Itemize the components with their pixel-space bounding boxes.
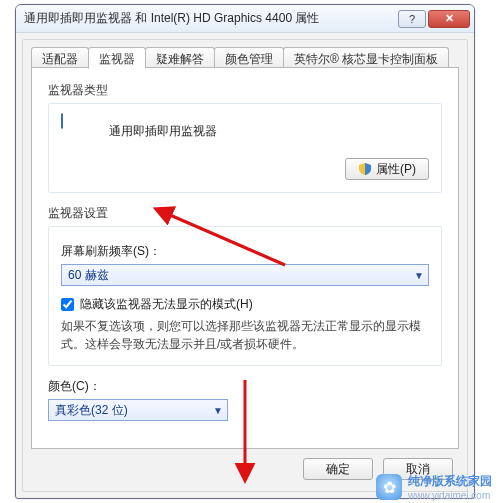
ok-button[interactable]: 确定: [303, 458, 373, 480]
tab-strip: 适配器 监视器 疑难解答 颜色管理 英特尔® 核芯显卡控制面板: [31, 46, 459, 68]
tab-panel-monitor: 监视器类型 通用即插即用监视器 属性(P) 监: [31, 67, 459, 449]
tab-color-management[interactable]: 颜色管理: [214, 47, 284, 69]
monitor-settings-group: 屏幕刷新频率(S)： 60 赫兹 ▼ 隐藏该监视器无法显示的模式(H) 如果不复…: [48, 226, 442, 366]
monitor-type-name: 通用即插即用监视器: [109, 123, 217, 140]
hide-modes-checkbox[interactable]: [61, 298, 74, 311]
refresh-rate-value: 60 赫兹: [68, 267, 109, 284]
help-button[interactable]: ?: [398, 10, 426, 28]
color-depth-value: 真彩色(32 位): [55, 402, 128, 419]
hide-modes-checkbox-label[interactable]: 隐藏该监视器无法显示的模式(H): [80, 296, 253, 313]
tab-troubleshoot[interactable]: 疑难解答: [145, 47, 215, 69]
tab-monitor[interactable]: 监视器: [88, 47, 146, 69]
monitor-type-label: 监视器类型: [48, 82, 442, 99]
titlebar[interactable]: 通用即插即用监视器 和 Intel(R) HD Graphics 4400 属性…: [16, 5, 474, 33]
watermark-logo-icon: ✿: [376, 474, 402, 500]
shield-icon: [358, 162, 372, 176]
watermark: ✿ 纯净版系统家园 www.yidaimei.com: [376, 473, 492, 501]
window-title: 通用即插即用监视器 和 Intel(R) HD Graphics 4400 属性: [22, 10, 396, 27]
refresh-rate-label: 屏幕刷新频率(S)：: [61, 243, 429, 260]
tab-adapter[interactable]: 适配器: [31, 47, 89, 69]
dialog-body: 适配器 监视器 疑难解答 颜色管理 英特尔® 核芯显卡控制面板 监视器类型 通用…: [22, 39, 468, 492]
tab-intel-graphics[interactable]: 英特尔® 核芯显卡控制面板: [283, 47, 449, 69]
refresh-rate-dropdown[interactable]: 60 赫兹 ▼: [61, 264, 429, 286]
properties-dialog: 通用即插即用监视器 和 Intel(R) HD Graphics 4400 属性…: [15, 4, 475, 499]
hide-modes-description: 如果不复选该项，则您可以选择那些该监视器无法正常显示的显示模式。这样会导致无法显…: [61, 317, 429, 353]
monitor-icon: [61, 114, 99, 148]
properties-button[interactable]: 属性(P): [345, 158, 429, 180]
watermark-title: 纯净版系统家园: [408, 473, 492, 490]
color-label: 颜色(C)：: [48, 378, 442, 395]
chevron-down-icon: ▼: [414, 270, 424, 281]
monitor-settings-label: 监视器设置: [48, 205, 442, 222]
monitor-type-group: 通用即插即用监视器 属性(P): [48, 103, 442, 193]
watermark-url: www.yidaimei.com: [408, 490, 492, 501]
color-depth-dropdown[interactable]: 真彩色(32 位) ▼: [48, 399, 228, 421]
chevron-down-icon: ▼: [213, 405, 223, 416]
close-button[interactable]: ✕: [428, 10, 470, 28]
